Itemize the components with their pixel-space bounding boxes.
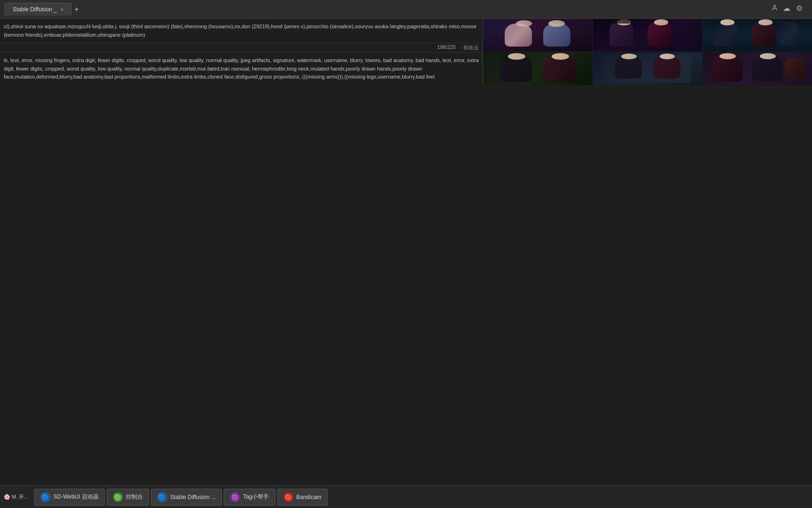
taskbar-taghelper-label: Tag小帮手 <box>243 493 269 501</box>
sdwebui-icon: 🔵 <box>40 492 51 502</box>
negative-prompt[interactable]: ls, text, error, missing fingers, extra … <box>0 53 483 85</box>
sync-icon[interactable]: ☁ <box>783 4 790 13</box>
gallery-image-3[interactable] <box>703 19 812 51</box>
image-gallery <box>483 19 812 85</box>
taskbar-taghelper[interactable]: 🟣 Tag小帮手 <box>224 489 275 506</box>
taskbar-bandicam[interactable]: 🔴 Bandicam <box>277 489 328 506</box>
browser-chrome: Stable Diffusion _ × + A ☁ ⚙ <box>0 0 812 19</box>
translate-icon[interactable]: A <box>772 4 777 13</box>
taskbar-start-text: 🌸 M. 开... <box>4 493 29 500</box>
tab-title: Stable Diffusion _ <box>13 6 57 13</box>
taskbar-stablediffusion[interactable]: 🔵 Stable Diffusion ... <box>151 489 222 506</box>
positive-prompt[interactable]: ct),shiroi suna no aquatope,mizoguchi ke… <box>0 19 483 43</box>
browser-tab[interactable]: Stable Diffusion _ × <box>5 3 71 16</box>
new-tab-button[interactable]: + <box>74 5 78 14</box>
stablediffusion-icon: 🔵 <box>157 492 167 502</box>
taskbar-stablediffusion-label: Stable Diffusion ... <box>170 494 216 500</box>
token-counter: 198/225 <box>433 43 460 52</box>
taskbar-console-label: 控制台 <box>126 493 143 501</box>
tab-close-button[interactable]: × <box>61 7 63 12</box>
taskbar-console[interactable]: 🟢 控制台 <box>107 489 149 506</box>
gallery-image-5[interactable] <box>593 52 702 85</box>
gallery-image-2[interactable] <box>593 19 702 51</box>
taskbar-left-info: 🌸 M. 开... <box>4 493 29 500</box>
bandicam-icon: 🔴 <box>283 492 294 502</box>
gallery-image-1[interactable] <box>483 19 592 51</box>
taskbar-bandicam-label: Bandicam <box>297 494 321 500</box>
browser-toolbar-icons: A ☁ ⚙ <box>772 4 803 13</box>
console-icon: 🟢 <box>113 492 123 502</box>
taskbar-sdwebui-label: SD-WebUI 启动器 <box>54 493 99 501</box>
taghelper-icon: 🟣 <box>230 492 240 502</box>
template-label: 模板反 <box>460 43 483 52</box>
left-panel: ct),shiroi suna no aquatope,mizoguchi ke… <box>0 19 483 85</box>
gallery-image-6[interactable] <box>703 52 812 85</box>
gallery-image-4[interactable] <box>483 52 592 85</box>
content-wrapper: ct),shiroi suna no aquatope,mizoguchi ke… <box>0 19 812 85</box>
taskbar-sdwebui[interactable]: 🔵 SD-WebUI 启动器 <box>34 489 105 506</box>
taskbar: 🌸 M. 开... 🔵 SD-WebUI 启动器 🟢 控制台 🔵 Stable … <box>0 485 812 508</box>
settings-icon[interactable]: ⚙ <box>796 4 803 13</box>
